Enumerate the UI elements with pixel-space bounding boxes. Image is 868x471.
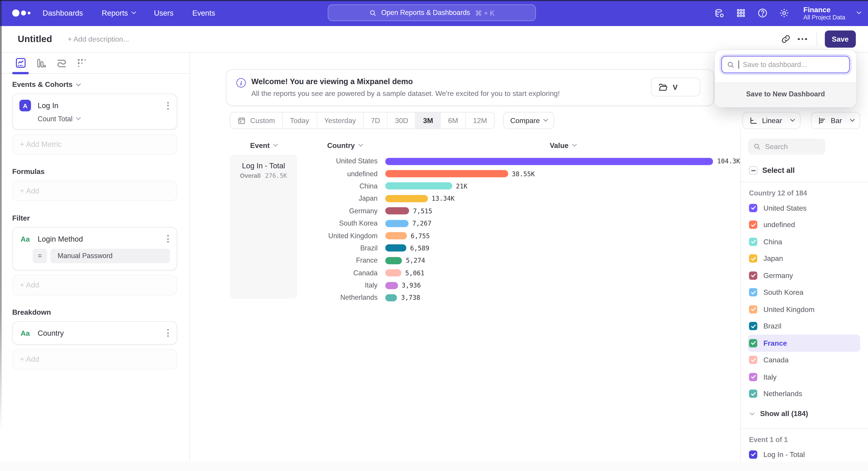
- mixpanel-window: Dashboards Reports Users Events Open Rep…: [0, 0, 868, 462]
- colored-checkbox[interactable]: [749, 288, 757, 297]
- view-boards-button[interactable]: V: [651, 78, 700, 96]
- legend-item[interactable]: United Kingdom: [748, 301, 860, 318]
- legend-item[interactable]: undefined: [748, 216, 860, 233]
- save-button[interactable]: Save: [825, 31, 856, 48]
- event-cell[interactable]: Log In - Total Overall 276.5K: [230, 154, 297, 299]
- add-description-field[interactable]: + Add description...: [68, 35, 129, 43]
- add-formula-button[interactable]: + Add: [12, 180, 177, 201]
- chart-type-dropdown[interactable]: Bar: [811, 112, 860, 129]
- metric-card[interactable]: A Log In Count Total: [12, 94, 177, 129]
- apps-grid-icon[interactable]: [735, 7, 746, 19]
- show-all-button[interactable]: Show all (184): [750, 406, 860, 421]
- legend-item[interactable]: France: [748, 334, 860, 352]
- colored-checkbox[interactable]: [749, 238, 757, 246]
- date-range-option[interactable]: 12M: [465, 112, 494, 128]
- date-range-option[interactable]: Yesterday: [316, 112, 363, 128]
- date-range-option[interactable]: 7D: [363, 112, 387, 128]
- indeterminate-checkbox[interactable]: [749, 166, 757, 175]
- bar[interactable]: [385, 294, 397, 301]
- bar[interactable]: [385, 207, 409, 215]
- data-management-icon[interactable]: [714, 7, 725, 19]
- legend-item[interactable]: Log In - Total: [748, 446, 860, 462]
- help-icon[interactable]: [757, 7, 768, 19]
- legend-item[interactable]: China: [748, 233, 860, 250]
- copy-link-button[interactable]: [778, 31, 794, 47]
- colored-checkbox[interactable]: [749, 450, 757, 459]
- bar[interactable]: [385, 182, 452, 190]
- date-range-option[interactable]: 30D: [387, 112, 415, 128]
- bar[interactable]: [385, 282, 398, 289]
- kebab-menu-icon[interactable]: [166, 100, 170, 111]
- nav-item[interactable]: Events: [192, 9, 215, 17]
- legend-item[interactable]: Italy: [748, 369, 860, 385]
- kebab-menu-icon[interactable]: [166, 327, 170, 338]
- date-range-option[interactable]: 3M: [415, 112, 440, 128]
- more-options-button[interactable]: [794, 31, 811, 47]
- mixpanel-logo-icon[interactable]: [12, 9, 31, 17]
- add-filter-button[interactable]: + Add: [12, 275, 177, 295]
- bar[interactable]: [385, 244, 406, 252]
- add-breakdown-button[interactable]: + Add: [12, 349, 177, 370]
- colored-checkbox[interactable]: [749, 373, 757, 381]
- legend-item[interactable]: Canada: [748, 352, 860, 369]
- compare-button[interactable]: Compare: [503, 112, 554, 129]
- project-switcher[interactable]: Finance All Project Data: [803, 5, 860, 20]
- bar[interactable]: [385, 158, 713, 165]
- colored-checkbox[interactable]: [749, 255, 757, 263]
- tab-flows[interactable]: [55, 55, 68, 71]
- legend-item[interactable]: South Korea: [748, 284, 860, 301]
- select-all-row[interactable]: Select all: [749, 166, 860, 175]
- tab-insights[interactable]: [14, 55, 27, 71]
- colored-checkbox[interactable]: [749, 305, 757, 314]
- tab-funnels[interactable]: [34, 55, 48, 71]
- colored-checkbox[interactable]: [749, 204, 757, 212]
- nav-item[interactable]: Reports: [102, 9, 135, 17]
- legend-item[interactable]: Germany: [748, 267, 860, 284]
- events-cohorts-heading[interactable]: Events & Cohorts: [12, 80, 177, 89]
- filter-value-chip[interactable]: Manual Password: [51, 249, 170, 263]
- aggregation-dropdown[interactable]: Count Total: [38, 115, 170, 123]
- save-to-new-dashboard-button[interactable]: Save to New Dashboard: [715, 83, 857, 108]
- colored-checkbox[interactable]: [749, 271, 757, 279]
- scale-dropdown[interactable]: Linear: [742, 112, 800, 129]
- bar[interactable]: [385, 269, 401, 277]
- country-column-header[interactable]: Country: [304, 141, 385, 150]
- check-icon: [750, 256, 756, 261]
- chevron-down-icon: [76, 81, 81, 86]
- colored-checkbox[interactable]: [749, 356, 757, 364]
- tab-retention[interactable]: [75, 55, 89, 71]
- filter-card[interactable]: Aa Login Method = Manual Password: [12, 227, 177, 270]
- bar[interactable]: [385, 170, 508, 177]
- kebab-menu-icon[interactable]: [166, 233, 170, 244]
- settings-gear-icon[interactable]: [778, 7, 789, 19]
- legend-item[interactable]: Japan: [748, 250, 860, 267]
- nav-item[interactable]: Users: [154, 9, 174, 17]
- colored-checkbox[interactable]: [749, 322, 757, 330]
- filter-operator-chip[interactable]: =: [33, 249, 47, 263]
- bar[interactable]: [385, 232, 407, 239]
- global-search-button[interactable]: Open Reports & Dashboards ⌘ + K: [328, 4, 536, 21]
- date-range-option[interactable]: Today: [282, 112, 316, 128]
- bar[interactable]: [385, 220, 408, 227]
- bar[interactable]: [385, 195, 428, 202]
- colored-checkbox[interactable]: [749, 339, 757, 347]
- bar[interactable]: [385, 257, 402, 264]
- report-title[interactable]: Untitled: [18, 34, 52, 45]
- nav-item[interactable]: Dashboards: [43, 9, 83, 17]
- legend-item[interactable]: United States: [748, 200, 860, 216]
- search-icon: [369, 9, 376, 16]
- legend-item[interactable]: Brazil: [748, 318, 860, 334]
- breakdown-card[interactable]: Aa Country: [12, 321, 177, 345]
- colored-checkbox[interactable]: [749, 220, 757, 229]
- add-metric-button[interactable]: + Add Metric: [12, 134, 177, 155]
- legend-item[interactable]: Netherlands: [748, 385, 860, 402]
- colored-checkbox[interactable]: [749, 389, 757, 398]
- value-column-header[interactable]: Value: [385, 141, 740, 150]
- event-column-header[interactable]: Event: [230, 141, 297, 150]
- date-range-option[interactable]: 6M: [440, 112, 465, 128]
- legend-search-input[interactable]: Search: [748, 139, 826, 154]
- date-range-option[interactable]: Custom: [230, 112, 282, 128]
- save-to-dashboard-popup: Save to dashboard... Save to New Dashboa…: [715, 50, 857, 108]
- bar-value-label: 3,738: [401, 294, 420, 301]
- save-dashboard-search-input[interactable]: Save to dashboard...: [721, 56, 850, 73]
